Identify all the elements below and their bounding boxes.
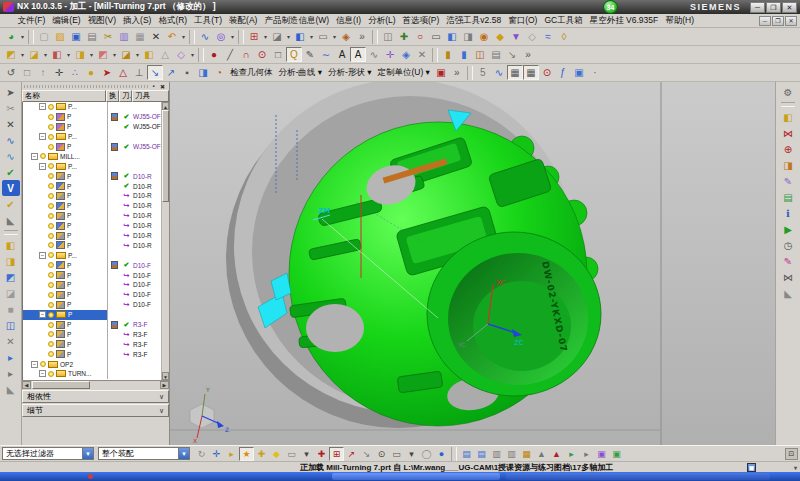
menu-item-8[interactable]: 产品制造信息(W) bbox=[261, 15, 333, 27]
menu-item-9[interactable]: 信息(I) bbox=[333, 15, 365, 27]
tree-item-name[interactable]: P bbox=[23, 300, 107, 310]
save-icon[interactable]: ▣ bbox=[68, 29, 84, 44]
layout-icon[interactable]: ⊞ bbox=[246, 29, 262, 44]
cut-icon[interactable]: ✂ bbox=[100, 29, 116, 44]
more3-icon[interactable]: » bbox=[449, 65, 465, 80]
rectangle-icon[interactable]: ▭ bbox=[428, 29, 444, 44]
tree-item-name[interactable]: P bbox=[23, 231, 107, 241]
tree-item-name[interactable]: P bbox=[23, 142, 107, 152]
touch-mode-icon[interactable]: ◎ bbox=[213, 29, 229, 44]
section-icon[interactable]: ▤ bbox=[488, 47, 504, 62]
expand-collapse-icon[interactable]: − bbox=[39, 370, 46, 377]
expand-collapse-icon[interactable]: − bbox=[39, 103, 46, 110]
tree-item-name[interactable]: P bbox=[23, 201, 107, 211]
visibility-bulb-icon[interactable] bbox=[48, 312, 54, 318]
taskbar-active-task[interactable] bbox=[332, 473, 500, 480]
cut-object-icon[interactable]: ✕ bbox=[2, 333, 20, 349]
constraint-icon[interactable]: ◧ bbox=[49, 47, 65, 62]
tree-folder-row[interactable]: −OP2 bbox=[23, 359, 169, 369]
tree-operation-row[interactable]: P↪R3-F bbox=[23, 349, 169, 359]
tree-item-name[interactable]: −P... bbox=[23, 250, 107, 260]
lock-icon[interactable]: Q bbox=[286, 47, 302, 62]
snap-plus-icon[interactable]: ✚ bbox=[314, 447, 329, 461]
spline-analysis-icon[interactable]: ∿ bbox=[491, 65, 507, 80]
column-header-3[interactable]: 刀. bbox=[119, 90, 132, 102]
up-a-icon[interactable]: ▲ bbox=[534, 447, 549, 461]
refresh-icon[interactable]: ↺ bbox=[3, 65, 19, 80]
tree-item-name[interactable]: P bbox=[23, 290, 107, 300]
grid-a-icon[interactable]: ▦ bbox=[507, 65, 523, 80]
snap-vertex-icon[interactable]: △ bbox=[115, 65, 131, 80]
tree-item-name[interactable]: P bbox=[23, 339, 107, 349]
expand-collapse-icon[interactable]: − bbox=[39, 133, 46, 140]
stop-icon[interactable]: ● bbox=[206, 47, 222, 62]
verify-icon[interactable]: ✔ bbox=[2, 164, 20, 180]
circle-select-icon[interactable]: ◯ bbox=[419, 447, 434, 461]
tree-item-name[interactable]: P bbox=[23, 329, 107, 339]
tree-item-name[interactable]: P bbox=[23, 260, 107, 270]
create-method-icon[interactable]: ◪ bbox=[2, 285, 20, 301]
expression-icon[interactable]: ƒ bbox=[555, 65, 571, 80]
selection-filter-dropdown[interactable]: 无选择过滤器 ▼ bbox=[2, 447, 94, 460]
tree-item-name[interactable]: P bbox=[23, 171, 107, 181]
replay-toolpath-icon[interactable]: ∿ bbox=[2, 148, 20, 164]
tree-vertical-scrollbar[interactable]: ▲ ▼ bbox=[161, 102, 169, 380]
tree-folder-row[interactable]: −P... bbox=[23, 132, 169, 142]
roles-gear-icon[interactable]: ⚙ bbox=[779, 84, 797, 100]
dropdown-arrow-icon[interactable]: ▾ bbox=[404, 447, 419, 461]
sphere-select-icon[interactable]: ● bbox=[434, 447, 449, 461]
tree-item-name[interactable]: P bbox=[23, 122, 107, 132]
dropdown-arrow-icon[interactable]: ▾ bbox=[88, 47, 95, 62]
clip-icon[interactable]: ◔ bbox=[211, 65, 227, 80]
dropdown-arrow-icon[interactable]: ▾ bbox=[19, 47, 26, 62]
move-component-icon[interactable]: ◨ bbox=[72, 47, 88, 62]
materials-icon[interactable]: ✎ bbox=[779, 253, 797, 269]
tree-item-name[interactable]: −P... bbox=[23, 132, 107, 142]
helix-icon[interactable]: ∿ bbox=[366, 47, 382, 62]
section-dependencies[interactable]: 相依性 ∨ bbox=[22, 390, 169, 403]
visibility-bulb-icon[interactable] bbox=[48, 144, 54, 150]
section-details[interactable]: 细节 ∨ bbox=[22, 404, 169, 417]
machine-icon[interactable]: ◣ bbox=[2, 212, 20, 228]
offset-curve-icon[interactable]: ◈ bbox=[398, 47, 414, 62]
datum-plane-icon[interactable]: ◫ bbox=[380, 29, 396, 44]
scroll-left-icon[interactable]: ◀ bbox=[22, 381, 31, 389]
rect-curve-icon[interactable]: □ bbox=[270, 47, 286, 62]
tree-item-name[interactable]: −TURN... bbox=[23, 369, 107, 379]
grid-snap-icon[interactable]: ⊞ bbox=[329, 447, 344, 461]
exploded-view-icon[interactable]: ◧ bbox=[141, 47, 157, 62]
status-corner-icon[interactable]: ▾ bbox=[794, 464, 797, 471]
selector-icon[interactable]: ➤ bbox=[2, 84, 20, 100]
expand-collapse-icon[interactable]: − bbox=[39, 252, 46, 259]
tree-operation-row[interactable]: P✔R3-F bbox=[23, 320, 169, 330]
snap-perp-icon[interactable]: ⊥ bbox=[131, 65, 147, 80]
doc-d-icon[interactable]: ▥ bbox=[504, 447, 519, 461]
tree-operation-row[interactable]: P↪R3-F bbox=[23, 339, 169, 349]
expand-collapse-icon[interactable]: − bbox=[31, 361, 38, 368]
vericut-icon[interactable]: V bbox=[2, 180, 20, 196]
go-a-icon[interactable]: ▸ bbox=[564, 447, 579, 461]
revolve-icon[interactable]: ◨ bbox=[460, 29, 476, 44]
command-finder-icon[interactable]: ∿ bbox=[197, 29, 213, 44]
history-five-icon[interactable]: 5 bbox=[475, 65, 491, 80]
visibility-bulb-icon[interactable] bbox=[48, 124, 54, 130]
panel-pin-icon[interactable]: ▪ bbox=[149, 83, 158, 89]
undo-icon[interactable]: ↶ bbox=[164, 29, 180, 44]
dropdown-arrow-icon[interactable]: ▾ bbox=[331, 29, 338, 44]
tree-item-name[interactable]: P bbox=[23, 191, 107, 201]
trim-tool-icon[interactable]: ✂ bbox=[2, 100, 20, 116]
dropdown-arrow-icon[interactable]: ▾ bbox=[262, 29, 269, 44]
layer-settings-icon[interactable]: ▤ bbox=[779, 189, 797, 205]
tree-operation-row[interactable]: P↪D10-R bbox=[23, 221, 169, 231]
general-selection-icon[interactable]: ✛ bbox=[209, 447, 224, 461]
symmetric-constraint-icon[interactable]: ⋈ bbox=[779, 125, 797, 141]
menu-item-4[interactable]: 插入(S) bbox=[120, 15, 155, 27]
dropdown-arrow-icon[interactable]: ▾ bbox=[42, 47, 49, 62]
create-geometry-icon[interactable]: ◩ bbox=[2, 269, 20, 285]
dropdown-arrow-icon[interactable]: ▾ bbox=[111, 47, 118, 62]
visibility-bulb-icon[interactable] bbox=[48, 331, 54, 337]
menu-item-11[interactable]: 首选项(P) bbox=[399, 15, 443, 27]
scroll-down-icon[interactable]: ▼ bbox=[162, 372, 169, 380]
highlight-icon[interactable]: ★ bbox=[239, 447, 254, 461]
delete-curve-icon[interactable]: ✕ bbox=[414, 47, 430, 62]
